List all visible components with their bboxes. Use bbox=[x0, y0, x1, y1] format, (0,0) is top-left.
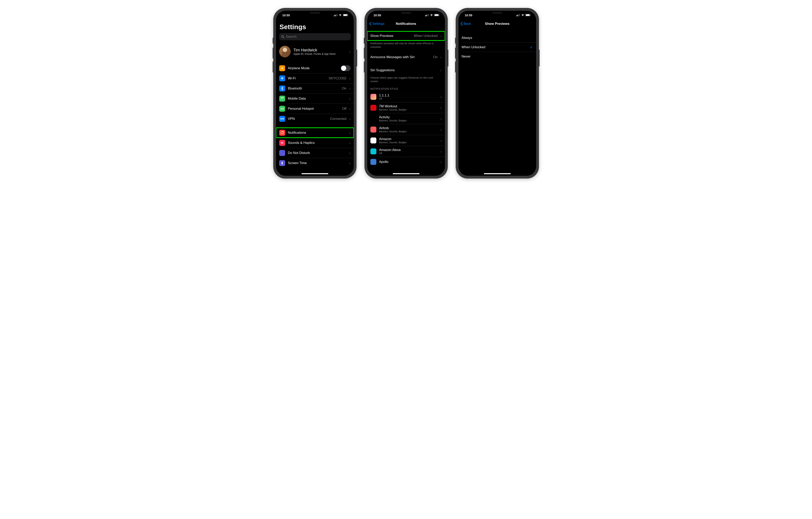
phone-show-previews: 10:55 Back Show Previews AlwaysWhen Unlo… bbox=[456, 8, 539, 179]
airplane-mode-row[interactable]: Airplane Mode bbox=[276, 63, 354, 73]
wifi-row-icon bbox=[279, 75, 285, 81]
app-name: 7M Workout bbox=[379, 104, 438, 108]
nav-bar: Settings Notifications bbox=[367, 20, 445, 28]
chevron-right-icon: › bbox=[349, 107, 351, 111]
home-indicator[interactable] bbox=[484, 173, 511, 174]
status-time: 10:55 bbox=[282, 13, 290, 17]
notifications-row[interactable]: Notifications › bbox=[276, 128, 354, 138]
show-previews-label: Show Previews bbox=[370, 34, 411, 38]
bluetooth-value: On bbox=[342, 86, 346, 90]
app-icon bbox=[370, 127, 376, 133]
show-previews-row[interactable]: Show Previews When Unlocked › bbox=[367, 31, 445, 40]
option-label: When Unlocked bbox=[462, 45, 527, 49]
option-label: Always bbox=[462, 36, 533, 40]
siri-suggestions-row[interactable]: Siri Suggestions › bbox=[367, 66, 445, 75]
mobile-data-row[interactable]: Mobile Data › bbox=[276, 93, 354, 104]
apple-id-cell[interactable]: Tim Hardwick Apple ID, iCloud, iTunes & … bbox=[276, 44, 354, 59]
home-indicator[interactable] bbox=[393, 173, 419, 174]
app-name: Airbnb bbox=[379, 126, 438, 130]
app-icon bbox=[370, 105, 376, 111]
svg-rect-15 bbox=[427, 14, 428, 16]
phone-settings: 10:55 Settings Tim Hardwic bbox=[273, 8, 356, 179]
back-button[interactable]: Settings bbox=[367, 22, 384, 26]
chevron-right-icon: › bbox=[349, 151, 351, 155]
chevron-left-icon bbox=[369, 22, 372, 26]
checkmark-icon: ✓ bbox=[530, 45, 533, 50]
app-row[interactable]: AirbnbBanners, Sounds, Badges› bbox=[367, 124, 445, 135]
search-field[interactable] bbox=[286, 35, 349, 39]
previews-footer: Notification previews will only be shown… bbox=[367, 40, 445, 49]
preview-option[interactable]: Always bbox=[459, 33, 536, 43]
app-row[interactable]: 1.1.1.1Off› bbox=[367, 91, 445, 102]
svg-rect-2 bbox=[336, 14, 337, 16]
search-input[interactable] bbox=[279, 33, 351, 40]
battery-icon bbox=[434, 14, 439, 16]
svg-point-10 bbox=[282, 108, 284, 109]
back-button[interactable]: Back bbox=[459, 22, 471, 26]
status-icons bbox=[516, 14, 531, 16]
svg-rect-21 bbox=[517, 15, 518, 16]
wifi-row[interactable]: Wi-Fi SKYCCD02 › bbox=[276, 74, 354, 83]
screentime-row[interactable]: Screen Time › bbox=[276, 158, 354, 168]
vpn-value: Connected bbox=[330, 117, 346, 121]
app-row[interactable]: Amazon AlexaOff› bbox=[367, 146, 445, 157]
status-icons bbox=[425, 14, 439, 16]
sounds-row[interactable]: Sounds & Haptics › bbox=[276, 138, 354, 148]
app-icon bbox=[370, 137, 376, 143]
svg-rect-22 bbox=[518, 14, 519, 16]
cellular-icon bbox=[425, 14, 429, 16]
app-list: 1.1.1.1Off›7M WorkoutBanners, Sounds, Ba… bbox=[367, 91, 445, 167]
screentime-label: Screen Time bbox=[288, 161, 346, 165]
dnd-row[interactable]: Do Not Disturb › bbox=[276, 148, 354, 158]
app-sub: Off bbox=[379, 152, 438, 155]
wifi-icon bbox=[521, 14, 524, 16]
siri-footer: Choose which apps can suggest Shortcuts … bbox=[367, 75, 445, 83]
profile-name: Tim Hardwick bbox=[293, 48, 346, 52]
chevron-left-icon bbox=[460, 22, 463, 26]
app-row[interactable]: AmazonBanners, Sounds, Badges› bbox=[367, 135, 445, 146]
chevron-right-icon: › bbox=[440, 116, 442, 121]
app-name: Apollo bbox=[379, 160, 438, 164]
sounds-label: Sounds & Haptics bbox=[288, 141, 346, 145]
app-icon bbox=[370, 116, 376, 121]
app-name: 1.1.1.1 bbox=[379, 93, 438, 98]
airplane-toggle[interactable] bbox=[341, 65, 351, 71]
page-title: Settings bbox=[276, 20, 354, 32]
chevron-right-icon: › bbox=[440, 34, 442, 38]
wifi-icon bbox=[339, 14, 342, 16]
chevron-right-icon: › bbox=[349, 49, 351, 54]
hotspot-row[interactable]: Personal Hotspot Off › bbox=[276, 104, 354, 114]
nav-title: Show Previews bbox=[485, 22, 510, 26]
svg-point-12 bbox=[282, 131, 283, 132]
vpn-label: VPN bbox=[288, 117, 327, 121]
preview-option[interactable]: Never bbox=[459, 52, 536, 61]
dnd-icon bbox=[279, 150, 285, 156]
app-name: Amazon Alexa bbox=[379, 148, 438, 152]
announce-label: Announce Messages with Siri bbox=[370, 55, 431, 59]
chevron-right-icon: › bbox=[440, 106, 442, 110]
app-sub: Off bbox=[379, 98, 438, 100]
phone-notifications: 10:55 Settings Notifications bbox=[365, 8, 448, 179]
svg-point-9 bbox=[281, 108, 282, 109]
app-row[interactable]: Apollo› bbox=[367, 157, 445, 167]
profile-sub: Apple ID, iCloud, iTunes & App Store bbox=[293, 52, 346, 55]
bluetooth-row[interactable]: Bluetooth On › bbox=[276, 84, 354, 93]
notifications-icon bbox=[279, 130, 285, 136]
app-row[interactable]: 7M WorkoutBanners, Sounds, Badges› bbox=[367, 102, 445, 113]
dnd-label: Do Not Disturb bbox=[288, 151, 346, 155]
bluetooth-icon bbox=[279, 85, 285, 91]
chevron-right-icon: › bbox=[349, 86, 351, 91]
announce-row[interactable]: Announce Messages with Siri On › bbox=[367, 53, 445, 62]
avatar bbox=[279, 46, 291, 57]
status-time: 10:55 bbox=[374, 13, 381, 17]
preview-option[interactable]: When Unlocked✓ bbox=[459, 43, 536, 52]
app-sub: Banners, Sounds, Badges bbox=[379, 108, 438, 111]
app-row[interactable]: ActivityBanners, Sounds, Badges› bbox=[367, 113, 445, 124]
mobile-data-icon bbox=[279, 95, 285, 102]
vpn-row[interactable]: VPN VPN Connected › bbox=[276, 114, 354, 124]
hotspot-value: Off bbox=[342, 107, 346, 111]
announce-value: On bbox=[433, 55, 438, 59]
home-indicator[interactable] bbox=[301, 173, 328, 174]
mobile-label: Mobile Data bbox=[288, 97, 346, 101]
chevron-right-icon: › bbox=[349, 97, 351, 101]
